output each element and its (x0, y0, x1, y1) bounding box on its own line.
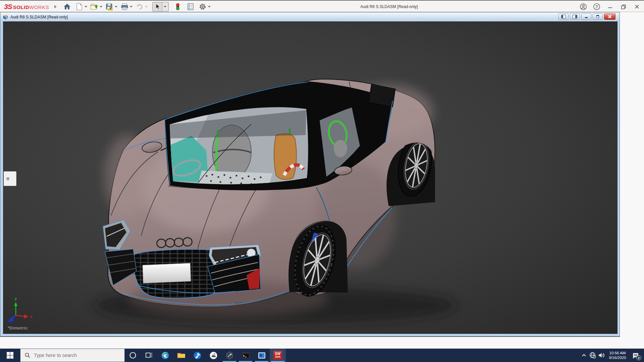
account-button[interactable] (579, 2, 588, 11)
undo-icon (136, 3, 143, 10)
rebuild-traffic-light-icon (175, 3, 180, 11)
dropdown-caret-icon[interactable] (100, 6, 102, 7)
dropdown-caret-icon[interactable] (85, 6, 87, 7)
dropdown-caret-icon[interactable] (115, 6, 117, 7)
doc-restore-button[interactable] (593, 13, 603, 20)
system-tray: 10:56 AM 9/16/2020 2 (580, 349, 644, 362)
solidworks-logo-mark-icon: 3S (4, 3, 12, 11)
search-input[interactable] (34, 353, 114, 358)
doc-minimize-icon (584, 15, 589, 18)
clock-time: 10:56 AM (606, 351, 629, 355)
save-button[interactable] (105, 2, 120, 11)
start-button[interactable] (0, 349, 20, 362)
new-document-icon (76, 3, 83, 10)
chevron-up-icon (581, 352, 587, 359)
orientation-triad[interactable]: Y X (8, 297, 33, 322)
dropdown-caret-icon[interactable] (130, 6, 132, 7)
dropdown-caret-icon[interactable] (145, 6, 148, 7)
collapsed-pane-handle[interactable] (4, 171, 16, 186)
action-center-button[interactable]: 2 (629, 349, 642, 362)
right-pane-icon (573, 15, 577, 18)
task-view-icon (145, 351, 153, 360)
app-title-bar: 3S SOLID WORKS (0, 1, 644, 12)
show-left-pane-button[interactable] (558, 13, 569, 20)
options-gear-icon (199, 3, 206, 10)
media-app-icon (257, 351, 266, 360)
open-button[interactable] (90, 2, 105, 11)
taskbar-app-settings-tools[interactable] (189, 349, 205, 362)
file-properties-button[interactable] (186, 2, 195, 11)
restore-button[interactable] (619, 2, 628, 11)
doc-close-icon (608, 15, 612, 18)
photos-icon (209, 351, 218, 360)
select-tool-button[interactable] (152, 2, 169, 11)
network-globe-icon (589, 352, 596, 359)
search-icon (24, 352, 31, 358)
new-document-button[interactable] (75, 2, 90, 11)
print-button[interactable] (120, 2, 135, 11)
left-pane-icon (561, 15, 566, 18)
windows-taskbar: SW 2020 (0, 349, 644, 362)
taskbar-app-photos[interactable] (205, 349, 221, 362)
account-person-icon (580, 3, 587, 10)
file-explorer-icon (177, 351, 186, 360)
undo-button[interactable] (135, 2, 150, 11)
solidworks-logo: 3S SOLID WORKS (4, 3, 49, 11)
menu-expand-arrow-icon[interactable] (54, 5, 57, 8)
taskbar-app-command-prompt[interactable] (237, 349, 254, 362)
taskbar-app-solidworks-2020[interactable]: SW 2020 (270, 349, 286, 362)
solidworks-2020-icon: SW 2020 (273, 351, 282, 360)
select-arrow-icon (154, 3, 161, 10)
windows-logo-icon (6, 351, 14, 359)
dropdown-caret-icon[interactable] (164, 6, 166, 7)
license-plate (143, 263, 191, 283)
hexagon-app-icon (225, 351, 234, 360)
triad-y-label: Y (14, 297, 17, 301)
home-icon (63, 3, 71, 10)
rebuild-button[interactable] (173, 2, 182, 11)
edge-icon (161, 351, 170, 360)
graphics-viewport[interactable]: Y X *Dimetric (3, 21, 618, 334)
print-icon (121, 3, 128, 10)
speaker-icon (598, 352, 605, 359)
taskbar-app-media-app[interactable] (254, 349, 270, 362)
close-icon (634, 4, 640, 10)
options-button[interactable] (198, 2, 213, 11)
show-right-pane-button[interactable] (570, 13, 580, 20)
file-properties-icon (187, 3, 194, 10)
restore-icon (621, 4, 627, 10)
tray-volume-button[interactable] (597, 349, 606, 362)
help-icon: ? (593, 3, 600, 10)
taskbar-app-file-explorer[interactable] (173, 349, 189, 362)
doc-minimize-button[interactable] (581, 13, 591, 20)
document-title-bar[interactable]: Audi R8 S.SLDASM [Read-only] (0, 12, 620, 21)
clock[interactable]: 10:56 AM 9/16/2020 (606, 351, 629, 360)
app-title: Audi R8 S.SLDASM [Read-only] (360, 4, 418, 9)
taskbar-app-task-view[interactable] (141, 349, 157, 362)
minimize-icon (607, 4, 613, 10)
doc-close-button[interactable] (604, 13, 615, 20)
view-orientation-label: *Dimetric (8, 325, 28, 330)
document-title: Audi R8 S.SLDASM [Read-only] (10, 15, 68, 19)
close-button[interactable] (633, 2, 641, 11)
minimize-button[interactable] (606, 2, 614, 11)
clock-date: 9/16/2020 (606, 355, 629, 360)
tray-chevron-button[interactable] (580, 349, 588, 362)
wrench-tool-icon (193, 351, 202, 360)
doc-restore-icon (595, 15, 600, 18)
home-button[interactable] (63, 2, 71, 11)
help-button[interactable]: ? (592, 2, 601, 11)
taskbar-app-cortana[interactable] (125, 349, 141, 362)
pane-handle-dot-icon (6, 177, 9, 180)
document-window: Audi R8 S.SLDASM [Read-only] (0, 12, 620, 337)
dropdown-caret-icon[interactable] (208, 6, 211, 7)
taskbar-app-edge[interactable] (157, 349, 173, 362)
taskbar-search[interactable] (20, 349, 125, 362)
taskbar-app-hexagon-tool[interactable] (221, 349, 237, 362)
audi-r8-3d-model: Y X (3, 22, 618, 334)
command-prompt-icon (241, 351, 250, 360)
desktop: 3S SOLID WORKS (0, 0, 644, 362)
tray-network-button[interactable] (588, 349, 597, 362)
notification-badge: 2 (636, 355, 641, 360)
triad-x-label: X (30, 315, 33, 319)
